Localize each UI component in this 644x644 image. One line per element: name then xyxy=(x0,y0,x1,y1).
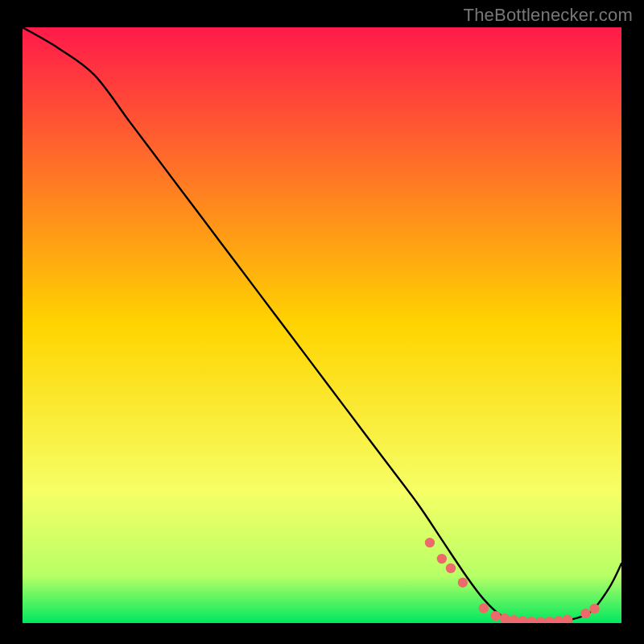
highlight-dot xyxy=(580,609,590,618)
chart-frame: TheBottlenecker.com xyxy=(0,0,644,644)
highlight-dot xyxy=(437,554,447,564)
highlight-dot xyxy=(446,564,456,573)
attribution-label: TheBottlenecker.com xyxy=(464,5,633,26)
highlight-dot xyxy=(589,604,599,613)
plot-area xyxy=(23,27,621,623)
highlight-dot xyxy=(479,603,489,613)
highlight-dot xyxy=(458,577,468,587)
bottleneck-curve-chart xyxy=(23,27,621,623)
highlight-dot xyxy=(500,613,510,623)
highlight-dot xyxy=(491,611,501,621)
gradient-background xyxy=(23,27,621,623)
highlight-dot xyxy=(425,538,435,547)
